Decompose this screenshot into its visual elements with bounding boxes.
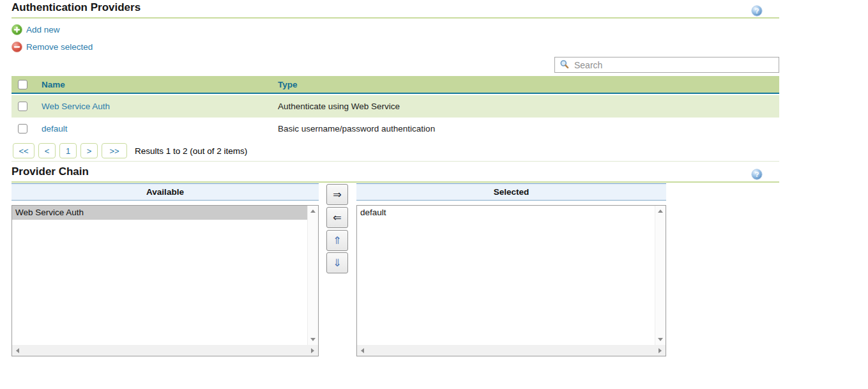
auth-providers-header: Authentication Providers ? [11, 1, 779, 19]
triangle-right-icon [311, 348, 314, 353]
scroll-right-button[interactable] [655, 345, 666, 356]
triangle-up-icon [310, 210, 316, 213]
pagination-first-button[interactable]: << [13, 143, 34, 158]
triangle-down-icon [310, 338, 316, 341]
provider-chain-title: Provider Chain [11, 165, 779, 181]
column-header-type[interactable]: Type [278, 76, 298, 94]
move-right-button[interactable]: ⇒ [326, 184, 348, 205]
select-all-checkbox[interactable] [18, 80, 27, 89]
triangle-left-icon [16, 348, 19, 353]
column-header-name[interactable]: Name [42, 76, 65, 94]
remove-selected-label: Remove selected [26, 42, 93, 52]
search-input[interactable] [555, 57, 779, 72]
add-new-button[interactable]: Add new [11, 24, 60, 35]
table-header-row: Name Type [11, 76, 779, 94]
pagination-last-button[interactable]: >> [102, 143, 127, 158]
scroll-left-button[interactable] [357, 345, 368, 356]
pagination-next-button[interactable]: > [80, 143, 98, 158]
svg-text:?: ? [755, 7, 759, 15]
scroll-down-button[interactable] [307, 334, 318, 345]
remove-selected-button[interactable]: Remove selected [11, 42, 93, 52]
pagination: << < 1 > >> Results 1 to 2 (out of 2 ite… [13, 143, 247, 158]
table-row: Web Service Auth Authenticate using Web … [11, 95, 779, 118]
search-box [554, 57, 779, 73]
section-divider [11, 161, 779, 162]
pagination-page-button[interactable]: 1 [59, 143, 77, 158]
add-new-label: Add new [26, 25, 60, 34]
pagination-results-text: Results 1 to 2 (out of 2 items) [135, 146, 247, 156]
scroll-left-button[interactable] [12, 345, 23, 356]
provider-type-text: Basic username/password authentication [278, 118, 435, 140]
help-icon[interactable]: ? [751, 169, 763, 180]
move-down-button[interactable]: ⇓ [326, 252, 348, 273]
selected-listbox[interactable]: default [356, 205, 666, 356]
provider-name-link[interactable]: Web Service Auth [42, 95, 110, 118]
page-title: Authentication Providers [11, 1, 779, 17]
triangle-left-icon [361, 348, 364, 353]
list-item[interactable]: default [357, 206, 655, 220]
scroll-up-button[interactable] [307, 206, 318, 217]
horizontal-scrollbar[interactable] [12, 345, 318, 356]
scroll-down-button[interactable] [655, 334, 666, 345]
page: Authentication Providers ? A [0, 0, 868, 389]
add-icon [11, 24, 22, 35]
triangle-up-icon [658, 210, 663, 213]
provider-chain-header: Provider Chain ? [11, 165, 779, 183]
horizontal-scrollbar[interactable] [357, 345, 666, 356]
help-icon[interactable]: ? [751, 5, 763, 17]
triangle-down-icon [658, 338, 663, 341]
scroll-right-button[interactable] [307, 345, 318, 356]
row-checkbox[interactable] [18, 124, 27, 133]
provider-type-text: Authenticate using Web Service [278, 95, 400, 118]
selected-list-header: Selected [356, 183, 666, 201]
list-item[interactable]: Web Service Auth [12, 206, 307, 220]
pagination-prev-button[interactable]: < [38, 143, 56, 158]
svg-text:?: ? [755, 171, 759, 178]
scroll-up-button[interactable] [655, 206, 666, 217]
help-icon-graphic: ? [751, 169, 763, 180]
triangle-right-icon [659, 348, 662, 353]
table-row: default Basic username/password authenti… [11, 118, 779, 140]
vertical-scrollbar[interactable] [307, 206, 318, 345]
available-listbox[interactable]: Web Service Auth [11, 205, 319, 356]
row-checkbox[interactable] [18, 102, 27, 111]
vertical-scrollbar[interactable] [655, 206, 666, 345]
remove-icon [11, 42, 22, 52]
available-list-header: Available [11, 183, 319, 201]
move-left-button[interactable]: ⇐ [326, 207, 348, 228]
help-icon-graphic: ? [751, 5, 763, 17]
provider-name-link[interactable]: default [42, 118, 68, 140]
move-up-button[interactable]: ⇑ [326, 230, 348, 251]
